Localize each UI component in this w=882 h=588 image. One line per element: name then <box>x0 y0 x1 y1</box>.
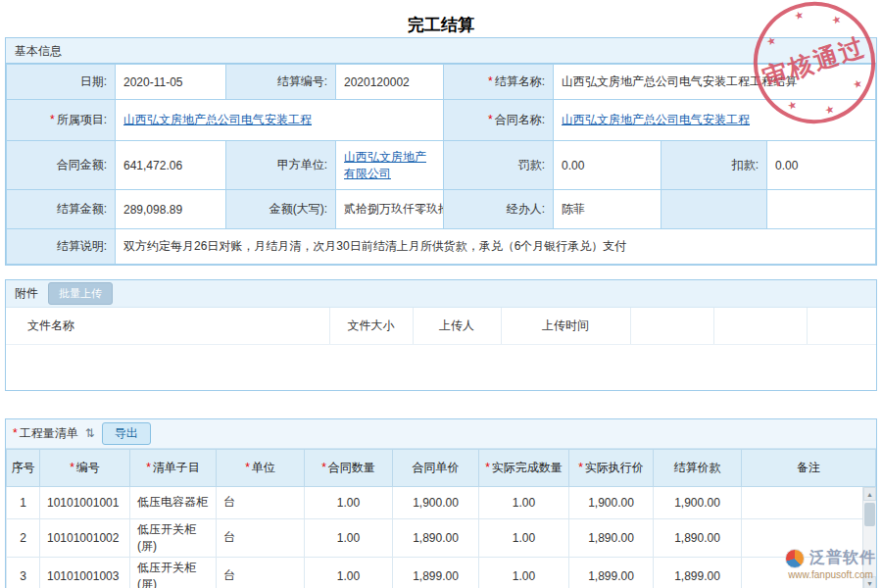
project-label: *所属项目: <box>7 100 116 141</box>
basic-info-section-header: 基本信息 <box>6 38 876 64</box>
settlement-price-cell: 1,900.00 <box>654 486 742 518</box>
contract-name-label: *合同名称: <box>444 100 554 141</box>
deduction-value: 0.00 <box>767 141 876 190</box>
seq-header: 序号 <box>7 449 40 486</box>
settlement-amount-value: 289,098.89 <box>116 190 226 229</box>
item-cell: 低压电容器柜 <box>130 486 217 518</box>
seq-cell: 1 <box>7 486 40 518</box>
required-marker: * <box>13 426 18 440</box>
amount-in-words-label: 金额(大写): <box>226 190 336 229</box>
settlement-no-value: 2020120002 <box>336 65 444 100</box>
handler-label: 经办人: <box>444 190 554 229</box>
settlement-price-cell: 1,899.00 <box>654 557 742 588</box>
required-marker: * <box>488 74 493 88</box>
empty-header-cell <box>630 308 713 344</box>
empty-header-cell <box>713 308 807 344</box>
remark-cell <box>742 518 876 557</box>
party-a-label: 甲方单位: <box>226 141 336 190</box>
code-cell: 10101001001 <box>40 486 130 518</box>
actual-qty-cell: 1.00 <box>479 486 569 518</box>
settlement-name-value: 山西弘文房地产总公司电气安装工程工程结算 <box>554 65 876 100</box>
contract-name-link[interactable]: 山西弘文房地产总公司电气安装工程 <box>562 113 750 126</box>
party-a-value: 山西弘文房地产有限公司 <box>336 141 444 190</box>
boq-table: 序号 *编号 *清单子目 *单位 *合同数量 合同单价 *实际完成数量 *实际执… <box>6 449 876 588</box>
boq-section-header: *工程量清单 ⇅ 导出 <box>6 419 876 449</box>
empty-header-cell <box>807 308 876 344</box>
required-marker: * <box>50 113 55 126</box>
boq-table-row[interactable]: 2 10101001002 低压开关柜(屏) 台 1.00 1,890.00 1… <box>7 518 876 557</box>
penalty-label: 罚款: <box>444 141 554 190</box>
basic-info-row: 结算金额: 289,098.89 金额(大写): 贰拾捌万玖仟零玖拾 经办人: … <box>7 190 876 229</box>
unit-cell: 台 <box>217 486 305 518</box>
item-cell: 低压开关柜(屏) <box>130 518 217 557</box>
code-cell: 10101001003 <box>40 557 130 588</box>
project-value: 山西弘文房地产总公司电气安装工程 <box>116 100 444 141</box>
boq-title: *工程量清单 <box>13 425 78 442</box>
contract-price-cell: 1,899.00 <box>393 557 479 588</box>
settlement-name-label: *结算名称: <box>444 65 554 100</box>
contract-price-header: 合同单价 <box>393 449 479 486</box>
sort-icon[interactable]: ⇅ <box>85 426 95 440</box>
actual-price-header: *实际执行价 <box>569 449 654 486</box>
empty-value-cell <box>767 190 876 229</box>
export-button[interactable]: 导出 <box>102 422 151 445</box>
boq-table-row[interactable]: 3 10101001003 低压开关柜(屏) 台 1.00 1,899.00 1… <box>7 557 876 588</box>
file-name-header: 文件名称 <box>6 308 329 344</box>
batch-upload-button[interactable]: 批量上传 <box>48 282 113 305</box>
settlement-amount-label: 结算金额: <box>7 190 116 229</box>
boq-scrollbar[interactable]: ▲ ▼ <box>862 487 876 588</box>
scroll-up-button[interactable]: ▲ <box>863 487 876 501</box>
remark-header: 备注 <box>742 449 876 486</box>
basic-info-table: 日期: 2020-11-05 结算编号: 2020120002 *结算名称: 山… <box>6 64 876 265</box>
attachments-header-row: 文件名称 文件大小 上传人 上传时间 <box>6 308 876 344</box>
actual-qty-cell: 1.00 <box>479 518 569 557</box>
basic-info-row: 合同金额: 641,472.06 甲方单位: 山西弘文房地产有限公司 罚款: 0… <box>7 141 876 190</box>
contract-qty-header: *合同数量 <box>305 449 393 486</box>
contract-qty-cell: 1.00 <box>305 486 393 518</box>
required-marker: * <box>488 113 493 126</box>
contract-qty-cell: 1.00 <box>305 518 393 557</box>
basic-info-section: 基本信息 日期: 2020-11-05 结算编号: 2020120002 *结算… <box>5 37 877 266</box>
boq-header-row: 序号 *编号 *清单子目 *单位 *合同数量 合同单价 *实际完成数量 *实际执… <box>7 449 876 486</box>
required-marker: * <box>245 461 250 474</box>
date-label: 日期: <box>7 65 116 100</box>
actual-qty-header: *实际完成数量 <box>479 449 569 486</box>
attachments-title: 附件 <box>15 285 38 302</box>
uploader-header: 上传人 <box>413 308 501 344</box>
page-title: 完工结算 <box>0 0 882 37</box>
remark-cell <box>742 486 876 518</box>
boq-section: *工程量清单 ⇅ 导出 序号 *编号 *清单子目 *单位 *合同数量 合同单价 … <box>5 418 877 588</box>
actual-price-cell: 1,900.00 <box>569 486 654 518</box>
scrollbar-thumb[interactable] <box>864 503 875 526</box>
settlement-price-header: 结算价款 <box>654 449 742 486</box>
attachments-section-header: 附件 批量上传 <box>6 280 876 308</box>
settlement-no-label: 结算编号: <box>226 65 336 100</box>
unit-header: *单位 <box>217 449 305 486</box>
unit-cell: 台 <box>217 557 305 588</box>
date-value: 2020-11-05 <box>116 65 226 100</box>
item-header: *清单子目 <box>130 449 217 486</box>
upload-time-header: 上传时间 <box>501 308 630 344</box>
party-a-link[interactable]: 山西弘文房地产有限公司 <box>344 150 426 180</box>
attachments-table: 文件名称 文件大小 上传人 上传时间 <box>6 308 876 345</box>
deduction-label: 扣款: <box>662 141 767 190</box>
remark-cell <box>742 557 876 588</box>
required-marker: * <box>578 461 583 474</box>
basic-info-row: 日期: 2020-11-05 结算编号: 2020120002 *结算名称: 山… <box>7 65 876 100</box>
required-marker: * <box>70 461 74 474</box>
scroll-down-button[interactable]: ▼ <box>863 576 876 588</box>
contract-price-cell: 1,890.00 <box>393 518 479 557</box>
penalty-value: 0.00 <box>554 141 662 190</box>
seq-cell: 2 <box>7 518 40 557</box>
handler-value: 陈菲 <box>554 190 662 229</box>
settlement-price-cell: 1,890.00 <box>654 518 742 557</box>
basic-info-row: *所属项目: 山西弘文房地产总公司电气安装工程 *合同名称: 山西弘文房地产总公… <box>7 100 876 141</box>
code-header: *编号 <box>40 449 130 486</box>
actual-price-cell: 1,890.00 <box>569 518 654 557</box>
attachments-empty-area <box>6 345 876 390</box>
project-link[interactable]: 山西弘文房地产总公司电气安装工程 <box>123 113 312 126</box>
contract-name-value: 山西弘文房地产总公司电气安装工程 <box>554 100 876 141</box>
actual-price-cell: 1,899.00 <box>569 557 654 588</box>
boq-table-row[interactable]: 1 10101001001 低压电容器柜 台 1.00 1,900.00 1.0… <box>7 486 876 518</box>
item-cell: 低压开关柜(屏) <box>130 557 217 588</box>
